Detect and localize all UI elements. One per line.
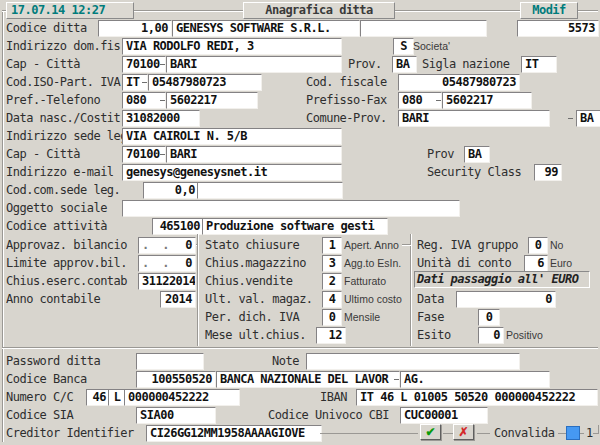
label-ult-val-magaz: Ult. val. magaz. <box>205 292 313 307</box>
label-chius-magazzino: Chius.magazzino <box>205 256 306 271</box>
field-creditor-identifier[interactable]: CI26GG12MM1958AAAAGIOVE <box>146 425 322 442</box>
field-connector <box>160 154 165 155</box>
field-stato-chiusure[interactable]: 1 <box>322 237 342 254</box>
cancel-x-icon[interactable]: ✗ <box>453 424 474 440</box>
label-limite-approv: Limite approv.bil. <box>6 256 127 271</box>
left-frame-line <box>2 12 3 442</box>
field-cod-fiscale[interactable]: 05487980723 <box>398 74 520 91</box>
field-prov-1[interactable]: BA <box>392 56 417 73</box>
label-approvaz-bilancio: Approvaz. bilancio <box>6 238 127 253</box>
footer-corner-line <box>598 425 599 434</box>
label-prov-1: Prov. <box>348 57 382 72</box>
field-connector <box>394 379 399 380</box>
confirm-check-icon[interactable]: ✔ <box>420 424 441 440</box>
field-codice-interno[interactable]: 5573 <box>517 20 599 37</box>
field-comune-prov[interactable]: BA <box>576 110 600 127</box>
label-euro: Euro <box>550 256 572 270</box>
field-telefono[interactable]: 5602217 <box>166 92 258 109</box>
label-mensile: Mensile <box>344 310 380 324</box>
label-codice-attivita: Codice attività <box>6 219 107 234</box>
date-dots: . . <box>142 238 169 253</box>
label-stato-chiusure: Stato chiusure <box>205 238 299 253</box>
label-mese-ult-chius: Mese ult.chius. <box>205 328 306 343</box>
footer-line <box>320 433 418 434</box>
field-prov-2[interactable]: BA <box>464 146 490 163</box>
field-ragione-sociale-2[interactable] <box>360 20 487 37</box>
field-citta-2[interactable]: BARI <box>166 146 342 163</box>
field-password-ditta[interactable] <box>136 353 204 370</box>
label-cod-fiscale: Cod. fiscale <box>306 75 387 90</box>
field-data-euro[interactable]: 0 <box>456 291 556 308</box>
field-sigla-nazione[interactable]: IT <box>521 56 557 73</box>
field-cc-cin1[interactable]: 46 <box>86 389 110 406</box>
field-citta-1[interactable]: BARI <box>166 56 342 73</box>
field-ult-val-magaz[interactable]: 4 <box>322 291 342 308</box>
label-email: Indirizzo e-mail <box>6 165 114 180</box>
approvaz-value: 0 <box>185 238 192 253</box>
label-sede-legale: Indirizzo sede leg. <box>6 129 134 144</box>
field-codice-sia[interactable]: SIA00 <box>136 407 216 424</box>
field-attivita-desc[interactable]: Produzione software gesti <box>202 218 388 235</box>
field-tipo-societa[interactable]: S <box>393 38 414 55</box>
field-limite-approv[interactable]: . . 0 <box>138 255 196 272</box>
field-partita-iva[interactable]: 05487980723 <box>148 74 262 91</box>
field-chius-magazzino[interactable]: 3 <box>322 255 342 272</box>
field-chius-vendite[interactable]: 2 <box>322 273 342 290</box>
page-title: Anagrafica ditta <box>243 2 395 19</box>
label-numero-cc: Numero C/C <box>6 390 73 405</box>
field-iban[interactable]: IT 46 L 01005 50520 000000452222 <box>356 389 598 406</box>
label-oggetto-sociale: Oggetto sociale <box>6 201 107 216</box>
label-data-nascita: Data nasc./Costit. <box>6 111 127 126</box>
field-chius-eserc[interactable]: 31122014 <box>138 273 196 290</box>
label-cod-iso-piva: Cod.ISO-Part. IVA <box>6 75 120 90</box>
label-apert-anno: Apert. Anno <box>344 238 399 252</box>
page-number: 1 <box>586 426 593 441</box>
field-codice-attivita[interactable]: 465100 <box>152 218 204 235</box>
field-comune[interactable]: BARI <box>398 110 550 127</box>
field-per-dich-iva[interactable]: 0 <box>322 309 342 326</box>
field-banca-nome[interactable]: BANCA NAZIONALE DEL LAVOR <box>216 371 400 388</box>
field-mese-ult-chius[interactable]: 12 <box>316 327 346 344</box>
field-codice-univoco-cbi[interactable]: CUC00001 <box>400 407 488 424</box>
label-comune-prov: Comune-Prov. <box>306 111 387 126</box>
group-tick-2 <box>402 244 411 245</box>
field-reg-iva-gruppo[interactable]: 0 <box>528 237 548 254</box>
anagrafica-ditta-window: 17.07.14 12:27 Anagrafica ditta Modif Co… <box>0 0 600 445</box>
label-reg-iva-no: No <box>550 238 563 252</box>
focus-indicator <box>566 426 580 440</box>
footer-line <box>477 433 490 434</box>
field-ragione-sociale[interactable]: GENESYS SOFTWARE S.R.L. <box>172 20 360 37</box>
label-codice-sia: Codice SIA <box>6 408 73 423</box>
label-cod-com: Cod.com.sede leg. <box>6 183 120 198</box>
label-fatturato: Fatturato <box>344 274 386 288</box>
field-data-nascita[interactable]: 31082000 <box>122 110 200 127</box>
field-cod-com-desc[interactable] <box>197 182 343 199</box>
field-oggetto-sociale[interactable] <box>122 200 460 217</box>
label-codice-banca: Codice Banca <box>6 372 87 387</box>
field-fax[interactable]: 5602217 <box>442 92 532 109</box>
label-anno-contabile: Anno contabile <box>6 292 100 307</box>
label-aggto-esin: Agg.to EsIn. <box>344 256 401 270</box>
field-codice-banca[interactable]: 100550520 <box>136 371 216 388</box>
field-sede-legale[interactable]: VIA CAIROLI N. 5/B <box>122 128 342 145</box>
field-note[interactable] <box>306 353 520 370</box>
field-approvaz-bilancio[interactable]: . . 0 <box>138 237 196 254</box>
field-cod-com[interactable]: 0,0 <box>143 182 199 199</box>
field-indirizzo-domfis[interactable]: VIA RODOLFO REDI, 3 <box>122 38 342 55</box>
label-chius-eserc: Chius.eserc.contab <box>6 274 127 289</box>
field-anno-contabile[interactable]: 2014 <box>160 291 196 308</box>
field-cc-numero[interactable]: 000000452222 <box>124 389 240 406</box>
field-banca-agenzia[interactable]: AG. <box>400 371 550 388</box>
label-data-euro: Data <box>417 292 444 307</box>
field-security-class[interactable]: 99 <box>534 164 562 181</box>
field-connector <box>160 100 165 101</box>
field-esito[interactable]: 0 <box>478 327 504 344</box>
field-email[interactable]: genesys@genesysnet.it <box>122 164 342 181</box>
section-divider <box>2 347 598 348</box>
field-codice-ditta[interactable]: 1,00 <box>98 20 172 37</box>
label-convalida: Convalida <box>494 426 555 441</box>
field-connector <box>142 82 147 83</box>
field-unita-di-conto[interactable]: 6 <box>524 255 548 272</box>
field-fase[interactable]: 0 <box>478 309 500 326</box>
label-sigla-nazione: Sigla nazione <box>422 57 509 72</box>
